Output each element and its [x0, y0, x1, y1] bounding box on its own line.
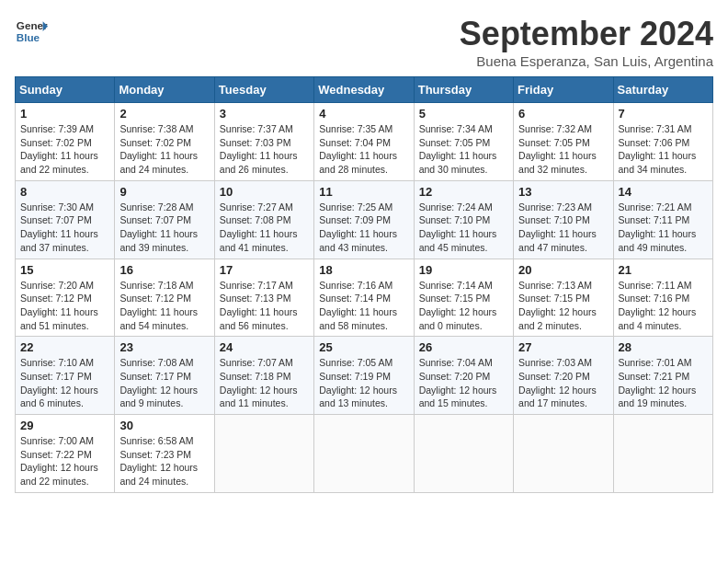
calendar-week-5: 29 Sunrise: 7:00 AMSunset: 7:22 PMDaylig… [16, 415, 713, 493]
calendar-cell: 22 Sunrise: 7:10 AMSunset: 7:17 PMDaylig… [16, 337, 115, 415]
weekday-header-friday: Friday [514, 77, 613, 103]
day-info: Sunrise: 7:13 AMSunset: 7:15 PMDaylight:… [518, 279, 608, 333]
day-info: Sunrise: 7:18 AMSunset: 7:12 PMDaylight:… [119, 279, 209, 333]
day-number: 8 [20, 185, 109, 199]
calendar-week-3: 15 Sunrise: 7:20 AMSunset: 7:12 PMDaylig… [16, 259, 713, 337]
calendar-cell: 4 Sunrise: 7:35 AMSunset: 7:04 PMDayligh… [314, 103, 414, 181]
day-number: 18 [319, 263, 408, 277]
calendar-cell: 30 Sunrise: 6:58 AMSunset: 7:23 PMDaylig… [115, 415, 214, 493]
calendar-table: SundayMondayTuesdayWednesdayThursdayFrid… [15, 76, 713, 493]
day-info: Sunrise: 7:17 AMSunset: 7:13 PMDaylight:… [220, 279, 309, 333]
weekday-header-row: SundayMondayTuesdayWednesdayThursdayFrid… [16, 77, 713, 103]
calendar-cell: 15 Sunrise: 7:20 AMSunset: 7:12 PMDaylig… [16, 259, 115, 337]
logo: General Blue [15, 15, 48, 48]
logo-icon: General Blue [15, 15, 48, 48]
calendar-cell: 14 Sunrise: 7:21 AMSunset: 7:11 PMDaylig… [613, 180, 712, 259]
calendar-cell: 24 Sunrise: 7:07 AMSunset: 7:18 PMDaylig… [214, 337, 313, 415]
calendar-cell: 2 Sunrise: 7:38 AMSunset: 7:02 PMDayligh… [115, 103, 214, 181]
day-info: Sunrise: 7:30 AMSunset: 7:07 PMDaylight:… [20, 201, 109, 255]
day-info: Sunrise: 7:35 AMSunset: 7:04 PMDaylight:… [319, 122, 408, 177]
calendar-cell: 10 Sunrise: 7:27 AMSunset: 7:08 PMDaylig… [214, 180, 313, 259]
calendar-cell [613, 415, 712, 493]
calendar-cell: 16 Sunrise: 7:18 AMSunset: 7:12 PMDaylig… [115, 259, 214, 337]
day-number: 14 [619, 185, 708, 199]
calendar-week-2: 8 Sunrise: 7:30 AMSunset: 7:07 PMDayligh… [16, 180, 713, 259]
day-number: 16 [119, 263, 209, 277]
calendar-cell [514, 415, 613, 493]
day-number: 28 [619, 340, 708, 354]
day-info: Sunrise: 7:32 AMSunset: 7:05 PMDaylight:… [518, 122, 608, 177]
weekday-header-wednesday: Wednesday [314, 77, 414, 103]
day-info: Sunrise: 7:34 AMSunset: 7:05 PMDaylight:… [419, 122, 508, 177]
day-info: Sunrise: 7:05 AMSunset: 7:19 PMDaylight:… [319, 356, 408, 410]
weekday-header-saturday: Saturday [613, 77, 712, 103]
calendar-cell: 29 Sunrise: 7:00 AMSunset: 7:22 PMDaylig… [16, 415, 115, 493]
calendar-cell: 3 Sunrise: 7:37 AMSunset: 7:03 PMDayligh… [214, 103, 313, 181]
day-info: Sunrise: 7:20 AMSunset: 7:12 PMDaylight:… [20, 279, 109, 333]
calendar-cell: 28 Sunrise: 7:01 AMSunset: 7:21 PMDaylig… [613, 337, 712, 415]
calendar-cell: 12 Sunrise: 7:24 AMSunset: 7:10 PMDaylig… [414, 180, 513, 259]
day-info: Sunrise: 7:10 AMSunset: 7:17 PMDaylight:… [20, 356, 109, 410]
day-number: 4 [319, 107, 408, 121]
month-title: September 2024 [460, 15, 713, 53]
calendar-cell: 11 Sunrise: 7:25 AMSunset: 7:09 PMDaylig… [314, 180, 414, 259]
day-number: 17 [220, 263, 309, 277]
calendar-cell: 8 Sunrise: 7:30 AMSunset: 7:07 PMDayligh… [16, 180, 115, 259]
calendar-cell: 26 Sunrise: 7:04 AMSunset: 7:20 PMDaylig… [414, 337, 513, 415]
calendar-cell: 23 Sunrise: 7:08 AMSunset: 7:17 PMDaylig… [115, 337, 214, 415]
day-info: Sunrise: 7:25 AMSunset: 7:09 PMDaylight:… [319, 201, 408, 255]
day-number: 20 [518, 263, 608, 277]
calendar-cell: 20 Sunrise: 7:13 AMSunset: 7:15 PMDaylig… [514, 259, 613, 337]
calendar-cell [414, 415, 513, 493]
calendar-cell: 7 Sunrise: 7:31 AMSunset: 7:06 PMDayligh… [613, 103, 712, 181]
day-info: Sunrise: 7:16 AMSunset: 7:14 PMDaylight:… [319, 279, 408, 333]
day-number: 7 [619, 107, 708, 121]
day-number: 24 [220, 340, 309, 354]
weekday-header-thursday: Thursday [414, 77, 513, 103]
day-number: 21 [619, 263, 708, 277]
day-info: Sunrise: 7:04 AMSunset: 7:20 PMDaylight:… [419, 356, 508, 410]
day-info: Sunrise: 7:38 AMSunset: 7:02 PMDaylight:… [119, 122, 209, 177]
day-number: 9 [119, 185, 209, 199]
calendar-cell: 17 Sunrise: 7:17 AMSunset: 7:13 PMDaylig… [214, 259, 313, 337]
day-number: 10 [220, 185, 309, 199]
weekday-header-tuesday: Tuesday [214, 77, 313, 103]
day-number: 29 [20, 419, 109, 432]
day-info: Sunrise: 7:00 AMSunset: 7:22 PMDaylight:… [20, 434, 109, 488]
day-number: 12 [419, 185, 508, 199]
day-info: Sunrise: 7:01 AMSunset: 7:21 PMDaylight:… [619, 356, 708, 410]
day-number: 1 [20, 107, 109, 121]
day-info: Sunrise: 7:39 AMSunset: 7:02 PMDaylight:… [20, 122, 109, 177]
calendar-cell [214, 415, 313, 493]
day-number: 6 [518, 107, 608, 121]
day-number: 25 [319, 340, 408, 354]
day-info: Sunrise: 7:11 AMSunset: 7:16 PMDaylight:… [619, 279, 708, 333]
location: Buena Esperanza, San Luis, Argentina [460, 53, 713, 69]
calendar-cell: 1 Sunrise: 7:39 AMSunset: 7:02 PMDayligh… [16, 103, 115, 181]
day-number: 11 [319, 185, 408, 199]
day-number: 3 [220, 107, 309, 121]
day-info: Sunrise: 7:27 AMSunset: 7:08 PMDaylight:… [220, 201, 309, 255]
calendar-cell: 6 Sunrise: 7:32 AMSunset: 7:05 PMDayligh… [514, 103, 613, 181]
calendar-cell: 18 Sunrise: 7:16 AMSunset: 7:14 PMDaylig… [314, 259, 414, 337]
day-number: 30 [119, 419, 209, 432]
page-header: General Blue September 2024 Buena Espera… [15, 15, 713, 69]
calendar-cell: 13 Sunrise: 7:23 AMSunset: 7:10 PMDaylig… [514, 180, 613, 259]
day-info: Sunrise: 7:37 AMSunset: 7:03 PMDaylight:… [220, 122, 309, 177]
calendar-cell: 27 Sunrise: 7:03 AMSunset: 7:20 PMDaylig… [514, 337, 613, 415]
day-number: 23 [119, 340, 209, 354]
weekday-header-sunday: Sunday [16, 77, 115, 103]
calendar-week-1: 1 Sunrise: 7:39 AMSunset: 7:02 PMDayligh… [16, 103, 713, 181]
calendar-week-4: 22 Sunrise: 7:10 AMSunset: 7:17 PMDaylig… [16, 337, 713, 415]
day-info: Sunrise: 7:07 AMSunset: 7:18 PMDaylight:… [220, 356, 309, 410]
day-info: Sunrise: 6:58 AMSunset: 7:23 PMDaylight:… [119, 434, 209, 488]
calendar-cell: 9 Sunrise: 7:28 AMSunset: 7:07 PMDayligh… [115, 180, 214, 259]
title-section: September 2024 Buena Esperanza, San Luis… [460, 15, 713, 69]
day-info: Sunrise: 7:14 AMSunset: 7:15 PMDaylight:… [419, 279, 508, 333]
weekday-header-monday: Monday [115, 77, 214, 103]
day-info: Sunrise: 7:23 AMSunset: 7:10 PMDaylight:… [518, 201, 608, 255]
day-number: 2 [119, 107, 209, 121]
calendar-cell [314, 415, 414, 493]
day-number: 27 [518, 340, 608, 354]
calendar-cell: 19 Sunrise: 7:14 AMSunset: 7:15 PMDaylig… [414, 259, 513, 337]
